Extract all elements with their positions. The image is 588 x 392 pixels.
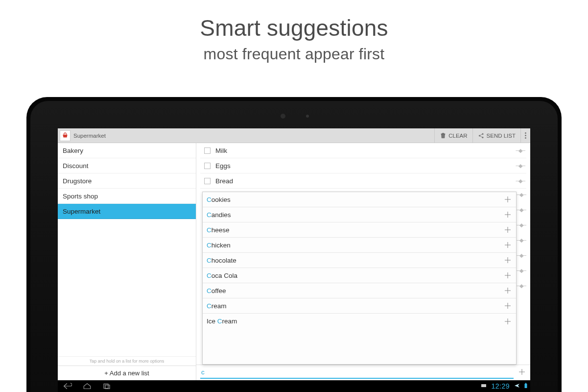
suggestion-item[interactable]: Cheese bbox=[203, 222, 516, 238]
suggestion-item[interactable]: Chicken bbox=[203, 238, 516, 253]
list-item[interactable]: Milk─◆─ bbox=[200, 143, 526, 158]
sensor-dot bbox=[306, 115, 309, 118]
drag-handle-icon[interactable]: ─◆─ bbox=[516, 178, 526, 184]
suggestion-label: Ice Cream bbox=[207, 318, 503, 325]
main-panel: Milk─◆─Eggs─◆─Bread─◆─ ─◆──◆──◆──◆──◆──◆… bbox=[196, 143, 530, 380]
plus-icon[interactable] bbox=[503, 301, 512, 310]
drag-handle-icon[interactable]: ─◆─ bbox=[517, 207, 527, 212]
suggestion-label: Cookies bbox=[207, 196, 503, 203]
list-item[interactable]: Bread─◆─ bbox=[200, 173, 526, 189]
hero-title: Smart suggestions bbox=[0, 15, 588, 41]
svg-rect-7 bbox=[525, 383, 526, 384]
suggestion-label: Cheese bbox=[207, 226, 503, 234]
drag-handle-icon[interactable]: ─◆─ bbox=[517, 283, 527, 288]
suggestion-item[interactable]: Coca Cola bbox=[203, 268, 516, 283]
suggestion-item[interactable]: Coffee bbox=[203, 283, 516, 298]
add-item-row bbox=[196, 365, 530, 380]
item-label: Eggs bbox=[215, 162, 516, 170]
suggestion-label: Chocolate bbox=[207, 257, 503, 264]
suggestion-item[interactable]: Cookies bbox=[203, 192, 516, 207]
list-item[interactable]: Eggs─◆─ bbox=[200, 158, 526, 173]
send-list-button-label: SEND LIST bbox=[487, 133, 516, 139]
suggestion-label: Cream bbox=[207, 302, 503, 310]
item-checkbox[interactable] bbox=[204, 178, 211, 184]
svg-point-2 bbox=[482, 137, 483, 138]
item-checkbox[interactable] bbox=[204, 163, 211, 169]
plus-icon bbox=[517, 368, 526, 376]
drag-handle-icon[interactable]: ─◆─ bbox=[517, 252, 527, 258]
add-list-button[interactable]: + Add a new list bbox=[58, 366, 196, 380]
nav-back-button[interactable] bbox=[58, 380, 77, 392]
action-bar-title: Supermarket bbox=[73, 133, 106, 139]
sidebar-item[interactable]: Bakery bbox=[58, 143, 196, 158]
drag-handle-icon[interactable]: ─◆─ bbox=[516, 147, 526, 154]
trash-icon bbox=[440, 132, 447, 139]
suggestion-item[interactable]: Cream bbox=[203, 298, 516, 314]
drag-handle-icon[interactable]: ─◆─ bbox=[516, 163, 526, 169]
plus-icon[interactable] bbox=[503, 225, 512, 234]
system-bar: 12:29 bbox=[58, 380, 530, 392]
share-icon bbox=[478, 132, 485, 139]
suggestion-label: Chicken bbox=[207, 242, 503, 249]
suggestion-label: Candies bbox=[207, 211, 503, 219]
tablet-screen: Supermarket CLEAR SEND LIST Bak bbox=[58, 128, 530, 392]
svg-rect-6 bbox=[525, 384, 527, 388]
plus-icon[interactable] bbox=[503, 286, 512, 295]
suggestion-item[interactable]: Chocolate bbox=[203, 253, 516, 268]
drag-handle-icon[interactable]: ─◆─ bbox=[517, 268, 527, 273]
suggestion-item[interactable]: Ice Cream bbox=[203, 314, 516, 329]
add-item-button[interactable] bbox=[517, 368, 526, 378]
drag-handle-icon[interactable]: ─◆─ bbox=[517, 192, 527, 197]
sidebar-item[interactable]: Sports shop bbox=[58, 189, 196, 204]
clear-button-label: CLEAR bbox=[448, 133, 467, 139]
add-item-input[interactable] bbox=[200, 367, 514, 379]
item-label: Milk bbox=[215, 147, 516, 154]
item-checkbox[interactable] bbox=[204, 147, 211, 154]
sidebar-item[interactable]: Discount bbox=[58, 158, 196, 173]
sidebar-item[interactable]: Supermarket bbox=[58, 204, 196, 219]
nav-home-button[interactable] bbox=[77, 380, 97, 392]
item-label: Bread bbox=[215, 177, 516, 185]
svg-rect-5 bbox=[481, 384, 486, 387]
plus-icon[interactable] bbox=[503, 271, 512, 280]
sidebar: BakeryDiscountDrugstoreSports shopSuperm… bbox=[58, 143, 196, 380]
svg-rect-3 bbox=[104, 384, 108, 389]
suggestion-label: Coca Cola bbox=[207, 272, 503, 279]
suggestion-item[interactable]: Candies bbox=[203, 207, 516, 222]
sidebar-item[interactable]: Drugstore bbox=[58, 173, 196, 189]
camera-dot bbox=[281, 114, 285, 119]
plus-icon[interactable] bbox=[503, 241, 512, 249]
plus-icon[interactable] bbox=[503, 317, 512, 326]
app-logo-icon bbox=[60, 130, 71, 141]
send-list-button[interactable]: SEND LIST bbox=[472, 128, 520, 143]
keyboard-icon bbox=[481, 383, 487, 390]
plus-icon[interactable] bbox=[503, 210, 512, 219]
plus-icon[interactable] bbox=[503, 195, 512, 204]
drag-handle-icon[interactable]: ─◆─ bbox=[517, 237, 527, 243]
overflow-menu-button[interactable] bbox=[520, 128, 530, 143]
hero-subtitle: most frequent appear first bbox=[0, 45, 588, 63]
clear-button[interactable]: CLEAR bbox=[434, 128, 472, 143]
status-clock: 12:29 bbox=[491, 382, 510, 390]
sidebar-hint: Tap and hold on a list for more options bbox=[58, 356, 196, 366]
action-bar: Supermarket CLEAR SEND LIST bbox=[58, 128, 530, 143]
suggestion-dropdown: CookiesCandiesCheeseChickenChocolateCoca… bbox=[202, 192, 517, 365]
nav-recent-button[interactable] bbox=[97, 380, 117, 392]
plus-icon[interactable] bbox=[503, 256, 512, 265]
drag-handle-icon[interactable]: ─◆─ bbox=[517, 222, 527, 227]
svg-point-1 bbox=[482, 133, 483, 135]
app-window: Supermarket CLEAR SEND LIST Bak bbox=[58, 128, 530, 380]
tablet-frame: Supermarket CLEAR SEND LIST Bak bbox=[26, 97, 562, 392]
battery-icon bbox=[523, 383, 529, 390]
airplane-mode-icon bbox=[514, 383, 520, 390]
suggestion-label: Coffee bbox=[207, 287, 503, 294]
